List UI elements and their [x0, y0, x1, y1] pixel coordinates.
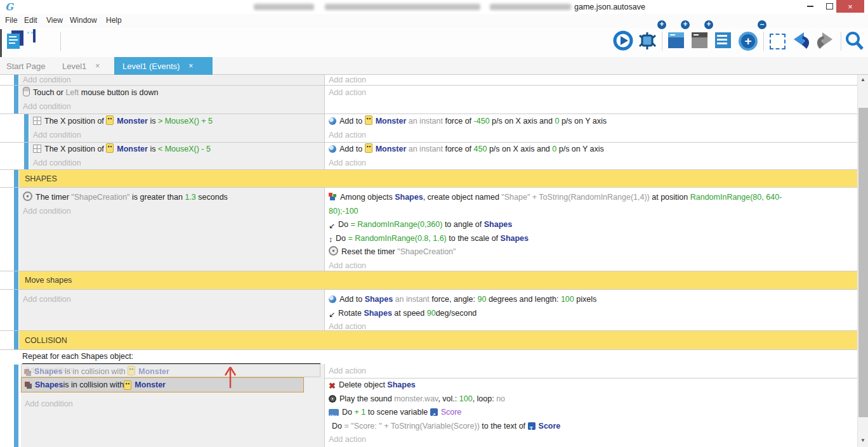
- app-logo-icon: G: [5, 1, 13, 13]
- comment-shapes[interactable]: SHAPES: [19, 170, 857, 187]
- close-tab-icon[interactable]: ×: [188, 62, 193, 70]
- minimize-button[interactable]: [802, 0, 819, 13]
- monster-icon: [365, 143, 372, 153]
- action-line[interactable]: Delete object Shapes: [325, 379, 857, 392]
- action-line[interactable]: Do = "Score: " + ToString(Variable(Score…: [325, 420, 857, 434]
- action-line[interactable]: Rotate Shapes at speed 90deg/second: [325, 307, 857, 321]
- debug-button[interactable]: [637, 30, 658, 51]
- delete-event-button[interactable]: [768, 30, 789, 51]
- action-line[interactable]: Add to Monster an instant force of 450 p…: [325, 143, 857, 157]
- comment-collision[interactable]: COLLISION: [19, 331, 857, 349]
- add-comment-button[interactable]: [714, 30, 735, 51]
- window-title: game.json.autosave: [574, 3, 645, 11]
- collision-condition-ghost: Shapes is in collision with Monster: [21, 364, 320, 377]
- comment-row: COLLISION: [0, 331, 857, 350]
- condition-line[interactable]: The X position of Monster is > MouseX() …: [29, 115, 324, 129]
- position-icon: [33, 117, 41, 125]
- add-condition-placeholder[interactable]: Add condition: [19, 293, 324, 307]
- add-action-placeholder[interactable]: Add action: [325, 75, 857, 85]
- add-action-placeholder[interactable]: Add action: [325, 433, 857, 447]
- add-action-placeholder[interactable]: Add action: [325, 86, 857, 100]
- event-bar: [14, 75, 18, 85]
- textobj-icon: [528, 422, 536, 430]
- search-icon: [844, 30, 865, 51]
- condition-line[interactable]: The timer "ShapeCreation" is greater tha…: [19, 191, 324, 205]
- event-row: The timer "ShapeCreation" is greater tha…: [0, 188, 857, 271]
- panel-edge: [0, 29, 2, 57]
- preview-button[interactable]: [613, 30, 634, 51]
- menu-view[interactable]: View: [46, 16, 63, 25]
- menu-help[interactable]: Help: [106, 16, 122, 25]
- action-line[interactable]: Do = RandomInRange(0,360) to angle of Sh…: [325, 218, 857, 232]
- menu-file[interactable]: File: [5, 16, 17, 25]
- tab-level1[interactable]: Level1×: [56, 57, 119, 75]
- toolbar-separator: [60, 32, 61, 51]
- varlink-icon: [430, 408, 438, 416]
- action-line[interactable]: Among objects Shapes, create object name…: [325, 191, 857, 205]
- add-event-other-button[interactable]: +: [738, 30, 759, 51]
- condition-line[interactable]: The X position of Monster is < MouseX() …: [29, 143, 324, 157]
- app-window: G game.json.autosave × File Edit View Wi…: [0, 0, 868, 447]
- comment-icon: [715, 32, 731, 48]
- redo-button[interactable]: [814, 30, 835, 51]
- angle-icon: [329, 219, 335, 233]
- add-condition-placeholder[interactable]: Add condition: [21, 398, 73, 411]
- play-icon: [613, 30, 634, 51]
- rotate-icon: [329, 308, 335, 322]
- position-icon: [33, 145, 41, 153]
- menu-window[interactable]: Window: [70, 16, 97, 25]
- add-sub-event-button[interactable]: [691, 30, 712, 51]
- scroll-up-icon[interactable]: ▲: [858, 77, 868, 82]
- add-condition-placeholder[interactable]: Add condition: [19, 75, 324, 85]
- scrollbar-thumb[interactable]: [858, 108, 868, 417]
- force-icon: [329, 145, 336, 153]
- comment-move-shapes[interactable]: Move shapes: [19, 271, 857, 289]
- add-action-placeholder[interactable]: Add action: [325, 259, 857, 273]
- collision-icon: [25, 382, 30, 387]
- collision-condition-selected[interactable]: Shapes is in collision with Monster: [21, 377, 304, 392]
- collision-icon: [24, 369, 29, 374]
- add-action-placeholder[interactable]: Add action: [325, 365, 857, 377]
- action-line[interactable]: Add to Monster an instant force of -450 …: [325, 115, 857, 129]
- action-line[interactable]: Do + 1 to scene variable Score: [325, 406, 857, 420]
- plus-circle-icon: +: [739, 32, 758, 51]
- undo-button[interactable]: [791, 30, 812, 51]
- annotation-arrow-icon: [222, 365, 239, 389]
- force-icon: [329, 295, 336, 303]
- add-condition-placeholder[interactable]: Add condition: [29, 157, 324, 171]
- action-line[interactable]: Add to Shapes an instant force, angle: 9…: [325, 293, 857, 307]
- scroll-down-icon[interactable]: ▼: [858, 437, 868, 443]
- action-line[interactable]: Reset the timer "ShapeCreation": [325, 245, 857, 259]
- scene-editor-button[interactable]: [33, 30, 54, 51]
- action-line[interactable]: Do = RandomInRange(0.8, 1.6) to the scal…: [325, 232, 857, 246]
- condition-line[interactable]: Touch or Left mouse button is down: [19, 86, 324, 100]
- action-line[interactable]: Play the sound monster.wav, vol.: 100, l…: [325, 392, 857, 406]
- comment-row: Move shapes: [0, 271, 857, 290]
- tab-level1-events[interactable]: Level1 (Events)×: [114, 57, 213, 75]
- restore-icon: [826, 3, 833, 10]
- plus-badge-icon: [703, 19, 714, 30]
- add-condition-placeholder[interactable]: Add condition: [29, 129, 324, 143]
- monster-icon: [128, 366, 135, 375]
- add-action-placeholder[interactable]: Add action: [325, 157, 857, 171]
- restore-button[interactable]: [821, 0, 838, 13]
- tab-start-page[interactable]: Start Page: [0, 57, 62, 75]
- search-button[interactable]: [844, 30, 865, 51]
- vertical-scrollbar[interactable]: ▲ ▼: [857, 75, 868, 447]
- project-manager-button[interactable]: [6, 30, 27, 51]
- event-row: Add condition Add to Shapes an instant f…: [0, 290, 857, 331]
- menu-edit[interactable]: Edit: [24, 16, 37, 25]
- row-divider: [325, 378, 857, 379]
- monster-icon: [106, 115, 114, 125]
- add-condition-placeholder[interactable]: Add condition: [19, 205, 324, 219]
- add-condition-placeholder[interactable]: Add condition: [19, 100, 324, 114]
- repeat-header[interactable]: Repeat for each Shapes object:: [21, 350, 133, 363]
- add-event-button[interactable]: [667, 30, 688, 51]
- add-action-placeholder[interactable]: Add action: [325, 129, 857, 143]
- title-bar: G game.json.autosave ×: [0, 0, 868, 14]
- timer-icon: [329, 246, 338, 256]
- action-line-wrap[interactable]: 80);-100: [325, 205, 857, 219]
- close-button[interactable]: ×: [836, 0, 864, 13]
- force-icon: [329, 117, 336, 125]
- close-tab-icon[interactable]: ×: [95, 62, 100, 70]
